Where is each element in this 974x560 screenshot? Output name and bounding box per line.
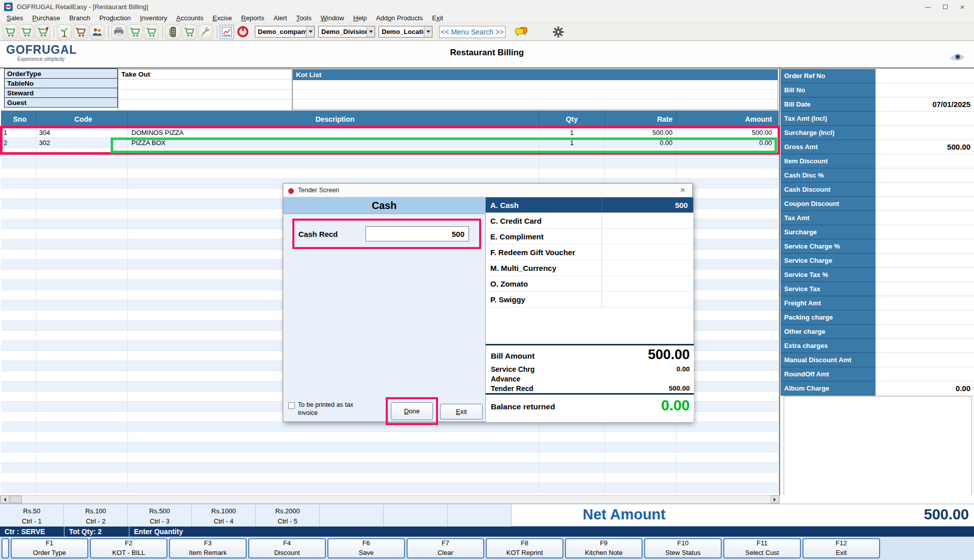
- denomination-rs-500[interactable]: Rs.500Ctrl - 3: [128, 504, 192, 527]
- bill-field-value[interactable]: [876, 225, 974, 239]
- chevron-down-icon[interactable]: [424, 26, 432, 37]
- bill-field-value[interactable]: [876, 268, 974, 282]
- bill-field-value[interactable]: 07/01/2025: [876, 97, 974, 112]
- bill-field-value[interactable]: [876, 339, 974, 353]
- item-row[interactable]: 2302PIZZA BOX10.000.00: [1, 138, 779, 148]
- denomination-rs-100[interactable]: Rs.100Ctrl - 2: [64, 504, 128, 527]
- empty-item-row[interactable]: [1, 452, 779, 463]
- fkey-f9-kitchen-note[interactable]: F9Kitchen Note: [565, 538, 643, 558]
- bill-field-value[interactable]: 500.00: [876, 140, 974, 154]
- menu-item-excise[interactable]: Excise: [208, 13, 237, 23]
- restore-button[interactable]: [936, 1, 954, 12]
- scroll-left-button[interactable]: [1, 496, 9, 503]
- bill-field-value[interactable]: [876, 211, 974, 225]
- payment-method-f-redeem-gift-voucher[interactable]: F. Redeem Gift Voucher: [486, 244, 693, 260]
- payment-method-c-credit-card[interactable]: C. Credit Card: [486, 213, 693, 229]
- fkey-f3-item-remark[interactable]: F3Item Remark: [169, 538, 247, 558]
- cart-sales-icon[interactable]: [3, 24, 18, 40]
- exit-button[interactable]: Exit: [440, 404, 483, 419]
- empty-item-row[interactable]: [1, 483, 779, 493]
- order-value-tableno[interactable]: [118, 80, 292, 90]
- production-icon[interactable]: [57, 24, 72, 40]
- denomination-rs-2000[interactable]: Rs.2000Ctrl - 5: [256, 504, 320, 527]
- bill-field-value[interactable]: [876, 154, 974, 168]
- item-row[interactable]: 1304DOMINOS PIZZA1500.00500.00: [1, 128, 779, 138]
- bill-field-value[interactable]: [876, 254, 974, 268]
- empty-item-row[interactable]: [1, 158, 779, 168]
- chevron-down-icon[interactable]: [306, 26, 314, 37]
- bill-field-value[interactable]: [876, 367, 974, 381]
- menu-item-window[interactable]: Window: [316, 13, 349, 23]
- empty-item-row[interactable]: [1, 463, 779, 473]
- fkey-f2-kot-bill[interactable]: F2KOT - BILL: [90, 538, 167, 558]
- cart-sales-edit-icon[interactable]: [19, 24, 34, 40]
- horizontal-scrollbar[interactable]: [0, 495, 780, 504]
- tax-invoice-checkbox[interactable]: [288, 402, 295, 409]
- print-icon[interactable]: [111, 24, 126, 40]
- denomination-rs-50[interactable]: Rs.50Ctrl - 1: [0, 504, 64, 527]
- fkey-f11-select-cust[interactable]: F11Select Cust: [723, 538, 801, 558]
- close-button[interactable]: ×: [954, 1, 971, 12]
- empty-item-row[interactable]: [1, 442, 779, 452]
- menu-item-branch[interactable]: Branch: [64, 13, 94, 23]
- empty-item-row[interactable]: [1, 148, 779, 158]
- bill-field-value[interactable]: [876, 183, 974, 197]
- menu-item-inventory[interactable]: Inventory: [136, 13, 172, 23]
- cart-hold-icon[interactable]: [127, 24, 143, 40]
- cart-recall-icon[interactable]: [144, 24, 159, 40]
- power-icon[interactable]: [235, 24, 250, 40]
- denomination-empty[interactable]: [384, 504, 448, 527]
- fkey-f1-order-type[interactable]: F1Order Type: [11, 538, 88, 558]
- chevron-down-icon[interactable]: [366, 26, 375, 37]
- empty-item-row[interactable]: [1, 422, 779, 432]
- minimize-button[interactable]: ─: [919, 1, 936, 12]
- menu-item-purchase[interactable]: Purchase: [28, 13, 65, 23]
- order-value-guest[interactable]: [118, 100, 292, 110]
- division-dropdown[interactable]: Demo_Division_1: [318, 26, 375, 38]
- menu-item-accounts[interactable]: Accounts: [172, 13, 208, 23]
- dialog-titlebar[interactable]: Tender Screen ×: [283, 184, 692, 197]
- menu-item-tools[interactable]: Tools: [291, 13, 316, 23]
- bill-field-value[interactable]: [876, 296, 974, 310]
- payment-method-o-zomato[interactable]: O. Zomato: [486, 276, 693, 292]
- dialog-close-icon[interactable]: ×: [677, 185, 688, 195]
- menu-item-reports[interactable]: Reports: [237, 13, 269, 23]
- payment-method-a-cash[interactable]: A. Cash500: [486, 197, 693, 213]
- order-value-ordertype[interactable]: Take Out: [118, 69, 292, 80]
- eye-icon[interactable]: [950, 51, 965, 62]
- bill-field-value[interactable]: 0.00: [876, 381, 974, 396]
- menu-search-input[interactable]: << Menu Search >>: [439, 26, 506, 38]
- empty-item-row[interactable]: [1, 168, 779, 179]
- payment-method-e-compliment[interactable]: E. Compliment: [486, 229, 693, 244]
- menu-item-addon-products[interactable]: Addon Products: [372, 13, 428, 23]
- scrollbar-thumb[interactable]: [10, 496, 22, 503]
- customers-icon[interactable]: [89, 24, 105, 40]
- cart-flag-icon[interactable]: [35, 24, 50, 40]
- inventory-icon[interactable]: [165, 24, 181, 40]
- menu-item-sales[interactable]: Sales: [2, 13, 28, 23]
- fkey-f6-save[interactable]: F6Save: [327, 538, 405, 558]
- tools-icon[interactable]: [198, 24, 213, 40]
- chat-icon[interactable]: [515, 26, 528, 38]
- bill-field-value[interactable]: [876, 83, 974, 97]
- cash-recd-input[interactable]: [365, 226, 469, 241]
- menu-item-production[interactable]: Production: [95, 13, 136, 23]
- fkey-f10-stew-status[interactable]: F10Stew Status: [644, 538, 722, 558]
- menu-item-alert[interactable]: Alert: [269, 13, 292, 23]
- denomination-rs-1000[interactable]: Rs.1000Ctrl - 4: [192, 504, 256, 527]
- bill-field-value[interactable]: [876, 112, 974, 126]
- bill-field-value[interactable]: [876, 239, 974, 254]
- menu-item-exit[interactable]: Exit: [427, 13, 448, 23]
- denomination-empty[interactable]: [448, 504, 512, 527]
- payment-method-m-multi-currency[interactable]: M. Multi_Currency: [486, 260, 693, 276]
- cart-stock-icon[interactable]: [182, 24, 197, 40]
- bill-field-value[interactable]: [876, 126, 974, 140]
- order-value-steward[interactable]: [118, 90, 292, 100]
- fkey-f12-exit[interactable]: F12Exit: [802, 538, 880, 558]
- chart-icon[interactable]: [220, 25, 234, 39]
- fkey-f4-discount[interactable]: F4Discount: [248, 538, 326, 558]
- bill-field-value[interactable]: [876, 353, 974, 367]
- bill-field-value[interactable]: [876, 325, 974, 339]
- fkey-f8-kot-reprint[interactable]: F8KOT Reprint: [486, 538, 563, 558]
- fkey-f7-clear[interactable]: F7Clear: [407, 538, 484, 558]
